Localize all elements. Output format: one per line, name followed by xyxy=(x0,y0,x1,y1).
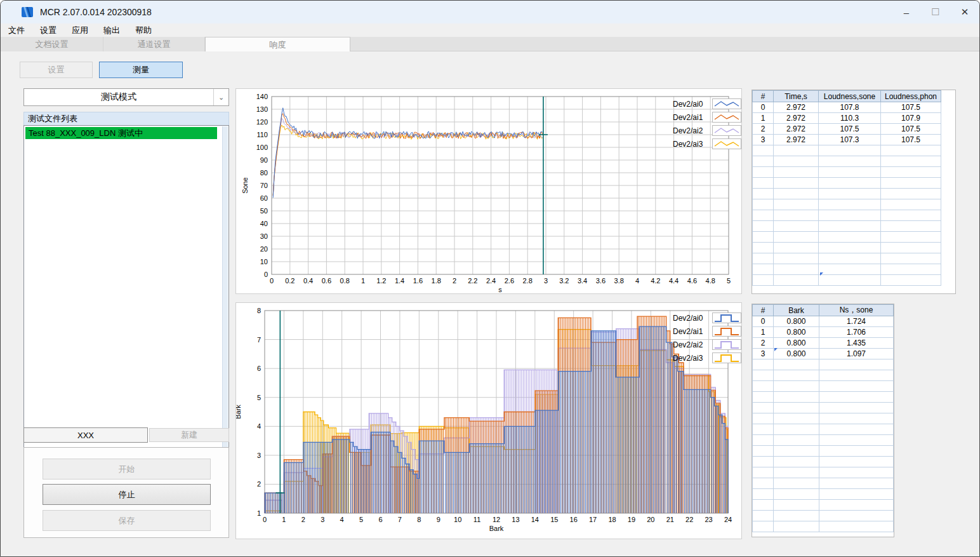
table-row[interactable]: 10.8001.706 xyxy=(753,327,894,338)
tab-1[interactable]: 通道设置 xyxy=(103,37,205,51)
svg-text:18: 18 xyxy=(608,516,616,523)
save-button[interactable]: 保存 xyxy=(43,510,211,531)
svg-text:2.2: 2.2 xyxy=(468,277,477,285)
menu-item-3[interactable]: 输出 xyxy=(96,23,128,37)
loudness-time-chart[interactable]: 00.20.40.60.811.21.41.61.822.22.42.62.83… xyxy=(236,89,741,293)
table-row[interactable] xyxy=(753,199,941,210)
table-row[interactable] xyxy=(753,457,894,467)
table-row[interactable] xyxy=(753,413,894,424)
minimize-button[interactable]: – xyxy=(892,1,921,23)
svg-text:0.6: 0.6 xyxy=(322,277,331,285)
test-file-listbox[interactable]: Test 88_XXX_009_LDN 测试中 xyxy=(23,125,229,475)
listbox-scrollbar[interactable] xyxy=(222,126,228,474)
table-row[interactable] xyxy=(753,424,894,435)
menu-item-1[interactable]: 设置 xyxy=(32,23,64,37)
table-row[interactable]: 20.8001.435 xyxy=(753,338,894,349)
table-row[interactable] xyxy=(753,275,941,286)
table-row[interactable] xyxy=(753,178,941,189)
start-button[interactable]: 开始 xyxy=(43,459,211,480)
svg-text:8: 8 xyxy=(417,516,421,523)
table-row[interactable] xyxy=(753,392,894,403)
column-header[interactable]: Ns，sone xyxy=(819,305,894,316)
table-row[interactable] xyxy=(753,156,941,167)
ns-table-panel: #BarkNs，sone00.8001.72410.8001.70620.800… xyxy=(752,304,894,537)
line-sample-icon xyxy=(712,138,741,149)
table-row[interactable]: 12.972110.3107.9 xyxy=(753,113,941,124)
menu-item-4[interactable]: 帮助 xyxy=(128,23,159,37)
svg-text:7: 7 xyxy=(257,336,261,344)
subtab-measure-button[interactable]: 测量 xyxy=(99,62,183,78)
column-header[interactable]: Loudness,phon xyxy=(881,91,941,102)
svg-text:1.6: 1.6 xyxy=(413,277,423,285)
svg-text:14: 14 xyxy=(531,516,539,523)
legend-row-Dev2/ai3: Dev2/ai3 xyxy=(673,137,741,151)
close-button[interactable]: ✕ xyxy=(950,1,979,23)
table-row[interactable]: 02.972107.8107.5 xyxy=(753,102,941,113)
table-row[interactable]: 32.972107.3107.5 xyxy=(753,135,941,145)
column-header[interactable]: Loudness,sone xyxy=(819,91,881,102)
svg-text:2.6: 2.6 xyxy=(505,277,514,285)
table-row[interactable] xyxy=(753,264,941,275)
table-row[interactable] xyxy=(753,381,894,392)
table-row[interactable] xyxy=(753,221,941,232)
app-icon xyxy=(21,6,34,18)
legend-label: Dev2/ai1 xyxy=(673,113,710,122)
tab-0[interactable]: 文档设置 xyxy=(1,37,103,51)
tab-2[interactable]: 响度 xyxy=(205,37,350,51)
cell-marker xyxy=(774,348,778,351)
svg-text:10: 10 xyxy=(454,516,461,523)
table-row[interactable] xyxy=(753,210,941,221)
menu-item-0[interactable]: 文件 xyxy=(1,23,32,37)
svg-text:13: 13 xyxy=(512,516,519,523)
test-mode-dropdown[interactable]: 测试模式 ⌄ xyxy=(23,88,229,106)
legend-label: Dev2/ai3 xyxy=(673,354,710,363)
xxx-button[interactable]: XXX xyxy=(23,427,148,443)
loudness-table[interactable]: #Time,sLoudness,soneLoudness,phon02.9721… xyxy=(752,90,955,286)
table-row[interactable] xyxy=(753,511,894,521)
maximize-button[interactable]: ☐ xyxy=(921,1,950,23)
table-row[interactable] xyxy=(753,489,894,500)
legend-label: Dev2/ai3 xyxy=(673,140,710,149)
column-header[interactable]: # xyxy=(753,91,774,102)
file-list-item[interactable]: Test 88_XXX_009_LDN 测试中 xyxy=(25,127,217,139)
table-row[interactable] xyxy=(753,446,894,457)
svg-text:12: 12 xyxy=(493,516,500,523)
subtab-settings-button[interactable]: 设置 xyxy=(20,62,93,78)
column-header[interactable]: Time,s xyxy=(774,91,819,102)
table-row[interactable] xyxy=(753,500,894,511)
svg-text:3: 3 xyxy=(321,516,324,523)
table-row[interactable] xyxy=(753,253,941,264)
column-header[interactable]: Bark xyxy=(774,305,819,316)
table-row[interactable] xyxy=(753,478,894,489)
table-row[interactable]: 22.972107.5107.5 xyxy=(753,124,941,135)
ns-table[interactable]: #BarkNs，sone00.8001.72410.8001.70620.800… xyxy=(752,304,894,532)
specific-loudness-chart[interactable]: 0123456789101112131415161718192021222324… xyxy=(236,303,741,539)
table-row[interactable] xyxy=(753,435,894,446)
legend-row-Dev2/ai3: Dev2/ai3 xyxy=(673,351,741,365)
svg-text:1.4: 1.4 xyxy=(395,277,404,285)
table-row[interactable] xyxy=(753,167,941,178)
table-row[interactable] xyxy=(753,232,941,243)
svg-text:17: 17 xyxy=(589,516,597,523)
svg-text:0: 0 xyxy=(264,271,268,278)
main-content: 设置 测量 测试模式 ⌄ 测试文件列表 Test 88_XXX_009_LDN … xyxy=(1,51,980,557)
chevron-down-icon[interactable]: ⌄ xyxy=(213,89,228,105)
column-header[interactable]: # xyxy=(753,305,774,316)
table-row[interactable]: 30.8001.097 xyxy=(753,349,894,359)
app-window: MCR 2.07.0.014 202300918 – ☐ ✕ 文件设置应用输出帮… xyxy=(0,0,980,557)
table-row[interactable] xyxy=(753,467,894,478)
table-row[interactable] xyxy=(753,370,894,381)
svg-text:2.4: 2.4 xyxy=(486,277,496,285)
table-row[interactable] xyxy=(753,359,894,370)
table-row[interactable] xyxy=(753,145,941,156)
table-row[interactable]: 00.8001.724 xyxy=(753,316,894,327)
table-row[interactable] xyxy=(753,403,894,413)
table-row[interactable] xyxy=(753,189,941,199)
svg-text:4.8: 4.8 xyxy=(706,277,715,285)
table-row[interactable] xyxy=(753,243,941,253)
table-row[interactable] xyxy=(753,521,894,532)
stop-button[interactable]: 停止 xyxy=(43,484,211,505)
menu-item-2[interactable]: 应用 xyxy=(64,23,96,37)
svg-text:3.6: 3.6 xyxy=(596,277,606,285)
new-button[interactable]: 新建 xyxy=(149,428,229,442)
